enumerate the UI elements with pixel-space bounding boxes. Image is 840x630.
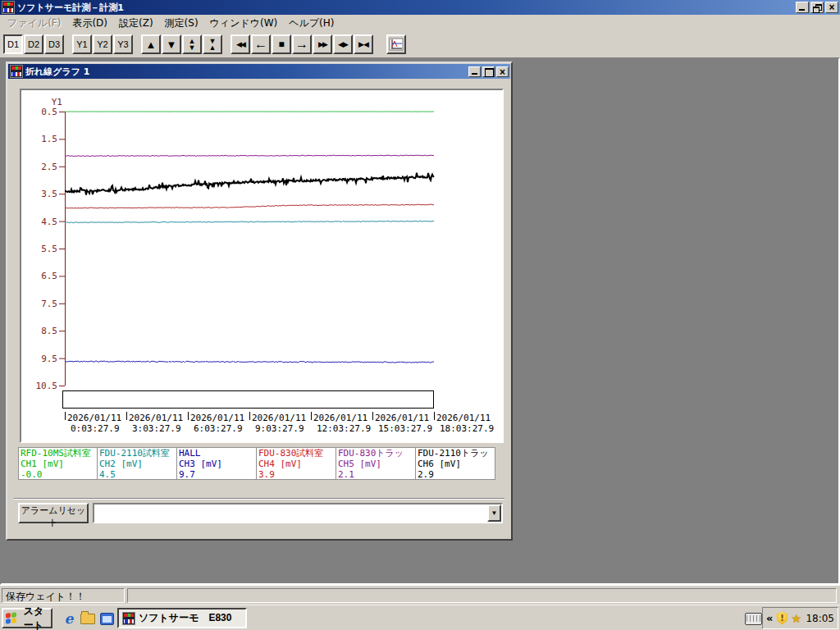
legend-value: 2.1 (338, 469, 413, 480)
svg-text:7.5: 7.5 (41, 299, 57, 309)
svg-text:4.5: 4.5 (41, 217, 57, 227)
expand-vertical-icon[interactable] (182, 34, 202, 54)
rewind-icon[interactable] (231, 34, 250, 54)
svg-text:2026/01/11: 2026/01/11 (129, 413, 183, 423)
menu-window[interactable]: ウィンドウ(W) (204, 15, 284, 32)
taskbar-task-button[interactable]: ソフトサーモ E830 (117, 608, 247, 628)
svg-text:2026/01/11: 2026/01/11 (67, 413, 121, 423)
svg-text:3.5: 3.5 (41, 189, 57, 199)
legend-name: FDU-830試料室 (258, 448, 334, 459)
legend-value: 3.9 (258, 469, 334, 480)
status-message: 保存ウェイト！！ (2, 588, 125, 603)
step-forward-icon[interactable] (292, 34, 312, 54)
svg-text:2026/01/11: 2026/01/11 (252, 413, 306, 423)
status-panel-2 (127, 588, 837, 603)
svg-text:0.5: 0.5 (41, 107, 57, 117)
alarm-reset-button[interactable]: アラームリセット (18, 503, 89, 523)
graph-window-title: 折れ線グラフ 1 (25, 66, 468, 78)
svg-text:8.5: 8.5 (41, 326, 57, 336)
task-app-icon (122, 612, 135, 625)
svg-text:10.5: 10.5 (36, 381, 58, 391)
legend-value: 4.5 (99, 469, 175, 480)
compress-vertical-icon[interactable] (203, 34, 222, 54)
legend-channel: CH5 [mV] (338, 459, 413, 469)
d3-button[interactable]: D3 (44, 34, 64, 54)
legend-cell-ch4: FDU-830試料室 CH4 [mV] 3.9 (257, 447, 336, 480)
legend-channel: CH6 [mV] (418, 459, 493, 469)
status-bar: 保存ウェイト！！ (0, 585, 840, 605)
svg-text:15:03:27.9: 15:03:27.9 (378, 423, 432, 434)
main-titlebar: ソフトサーモ計測－計測1 (0, 0, 840, 15)
windows-flag-icon (6, 612, 16, 624)
browser-window-icon[interactable] (98, 610, 115, 627)
svg-text:2026/01/11: 2026/01/11 (375, 413, 429, 423)
graph-settings-icon[interactable] (386, 34, 406, 54)
chart-panel: Y10.51.52.53.54.55.56.57.58.59.510.52026… (20, 89, 504, 443)
graph-close-button[interactable] (496, 66, 509, 77)
menu-view[interactable]: 表示(D) (66, 15, 113, 32)
task-label: ソフトサーモ E830 (139, 611, 231, 625)
legend-cell-ch3: HALL CH3 [mV] 9.7 (177, 447, 257, 480)
svg-text:9.5: 9.5 (41, 354, 57, 364)
star-icon[interactable]: ★ (791, 613, 801, 624)
svg-text:3:03:27.9: 3:03:27.9 (132, 423, 181, 434)
menu-file[interactable]: ファイル(F) (2, 15, 66, 32)
svg-text:0:03:27.9: 0:03:27.9 (71, 423, 120, 434)
stop-icon[interactable] (272, 34, 291, 54)
svg-text:12:03:27.9: 12:03:27.9 (317, 423, 371, 434)
window-title: ソフトサーモ計測－計測1 (17, 2, 796, 14)
menu-measure[interactable]: 測定(S) (159, 15, 204, 32)
compress-horizontal-icon[interactable] (354, 34, 373, 54)
d2-button[interactable]: D2 (24, 34, 43, 54)
restore-button[interactable] (810, 2, 824, 13)
svg-text:2026/01/11: 2026/01/11 (190, 413, 244, 423)
svg-text:2026/01/11: 2026/01/11 (313, 413, 368, 423)
app-icon (2, 1, 15, 14)
y2-button[interactable]: Y2 (93, 34, 112, 54)
app-window: ソフトサーモ計測－計測1 ファイル(F) 表示(D) 設定(Z) 測定(S) ウ… (0, 0, 840, 605)
legend-cell-ch2: FDU-2110試料室 CH2 [mV] 4.5 (98, 447, 177, 480)
graph-window-titlebar: 折れ線グラフ 1 (8, 64, 510, 79)
graph-minimize-button[interactable] (468, 66, 481, 77)
svg-text:9:03:27.9: 9:03:27.9 (255, 423, 304, 434)
legend-channel: CH2 [mV] (99, 459, 175, 469)
menu-bar: ファイル(F) 表示(D) 設定(Z) 測定(S) ウィンドウ(W) ヘルプ(H… (0, 15, 840, 31)
toolbar: D1 D2 D3 Y1 Y2 Y3 (0, 31, 840, 58)
svg-text:18:03:27.9: 18:03:27.9 (440, 423, 494, 434)
alarm-combobox[interactable]: ▼ (93, 503, 503, 523)
system-tray: « ! ★ 18:05 (762, 607, 838, 629)
line-chart[interactable]: Y10.51.52.53.54.55.56.57.58.59.510.52026… (21, 90, 499, 438)
y1-button[interactable]: Y1 (72, 34, 92, 54)
folder-icon[interactable] (80, 610, 96, 627)
chevron-down-icon[interactable]: ▼ (487, 504, 501, 522)
legend-channel: CH1 [mV] (21, 459, 95, 469)
scroll-up-icon[interactable] (141, 34, 161, 54)
channel-legend: RFD-10MS試料室 CH1 [mV] -0.0 FDU-2110試料室 CH… (18, 447, 497, 482)
fast-forward-icon[interactable] (313, 34, 332, 54)
legend-name: FDU-2110トラッ (418, 448, 493, 459)
svg-text:6:03:27.9: 6:03:27.9 (194, 423, 243, 434)
legend-channel: CH3 [mV] (179, 459, 254, 469)
tray-chevron-icon[interactable]: « (766, 612, 773, 624)
legend-channel: CH4 [mV] (258, 459, 334, 469)
legend-name: FDU-2110試料室 (99, 448, 175, 459)
legend-name: RFD-10MS試料室 (21, 448, 95, 459)
d1-button[interactable]: D1 (3, 34, 23, 54)
graph-maximize-button[interactable] (482, 66, 495, 77)
scroll-down-icon[interactable] (162, 34, 181, 54)
start-button[interactable]: スタート (2, 608, 52, 628)
close-button[interactable] (825, 2, 838, 13)
alarm-combo-value (94, 504, 487, 522)
legend-cell-ch1: RFD-10MS試料室 CH1 [mV] -0.0 (18, 447, 98, 480)
mdi-client-area: 折れ線グラフ 1 Y10.51.52.53.54.55.56.57.58.59.… (0, 57, 840, 585)
menu-help[interactable]: ヘルプ(H) (283, 15, 340, 32)
step-back-icon[interactable] (251, 34, 271, 54)
keyboard-icon[interactable] (745, 613, 762, 625)
y3-button[interactable]: Y3 (113, 34, 133, 54)
minimize-button[interactable] (796, 2, 809, 13)
menu-settings[interactable]: 設定(Z) (113, 15, 159, 32)
taskbar: スタート e ソフトサーモ E830 « ! ★ 18:05 (0, 605, 840, 630)
internet-explorer-icon[interactable]: e (61, 610, 77, 627)
security-shield-icon[interactable]: ! (776, 612, 788, 625)
expand-horizontal-icon[interactable] (333, 34, 353, 54)
